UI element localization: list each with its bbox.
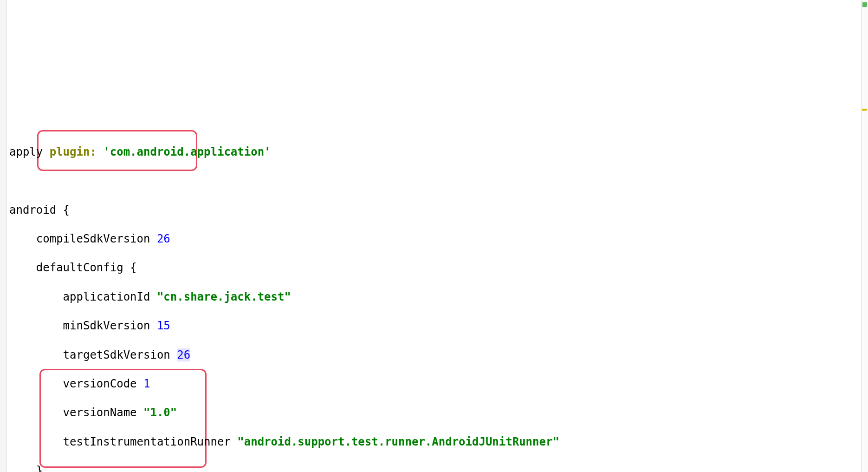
string-literal: "android.support.test.runner.AndroidJUni… <box>237 435 559 448</box>
string-literal: 'com.android.application' <box>103 145 271 158</box>
code-text: android { <box>9 203 70 216</box>
string-literal: "cn.share.jack.test" <box>157 290 291 303</box>
inspection-ok-indicator <box>862 2 867 7</box>
code-text: versionName <box>9 406 143 419</box>
gutter <box>0 0 7 472</box>
blank-line <box>9 174 868 188</box>
code-text: apply <box>9 145 43 158</box>
code-text: minSdkVersion <box>9 319 157 332</box>
number-literal-highlighted: 26 <box>177 348 190 361</box>
keyword-plugin: plugin: <box>50 145 97 158</box>
code-text: testInstrumentationRunner <box>9 435 237 448</box>
code-text: targetSdkVersion <box>9 348 177 361</box>
code-text: compileSdkVersion <box>9 232 157 245</box>
number-literal: 26 <box>157 232 170 245</box>
number-literal: 15 <box>157 319 170 332</box>
code-text: applicationId <box>9 290 157 303</box>
number-literal: 1 <box>143 377 150 390</box>
code-text: } <box>9 464 43 472</box>
code-text: defaultConfig { <box>9 261 137 274</box>
string-literal: "1.0" <box>143 406 177 419</box>
code-text: versionCode <box>9 377 143 390</box>
code-editor[interactable]: apply plugin: 'com.android.application' … <box>9 101 868 472</box>
